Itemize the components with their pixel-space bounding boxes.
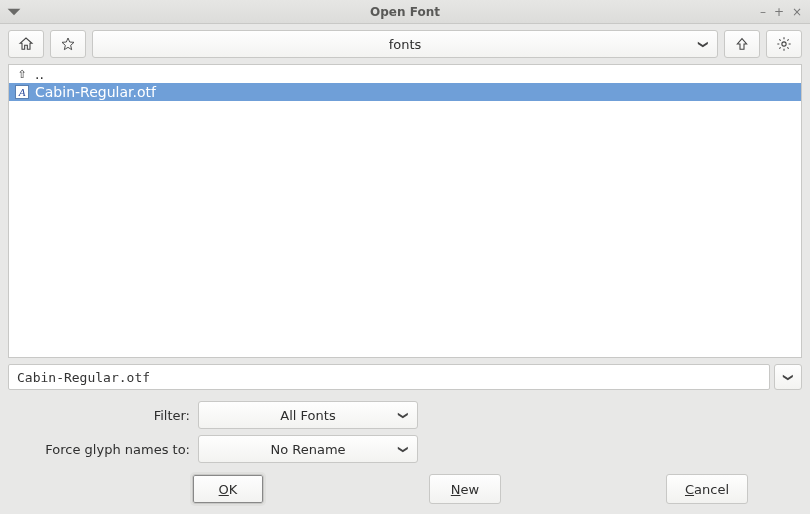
star-icon	[60, 36, 76, 52]
up-arrow-icon	[734, 36, 750, 52]
new-button[interactable]: New	[429, 474, 501, 504]
gear-icon	[776, 36, 792, 52]
file-row[interactable]: A Cabin-Regular.otf	[9, 83, 801, 101]
window-title: Open Font	[0, 5, 810, 19]
file-list[interactable]: ⇧ .. A Cabin-Regular.otf	[8, 64, 802, 358]
options-area: Filter: All Fonts ❯ Force glyph names to…	[8, 398, 802, 466]
window-controls: – + ×	[760, 5, 810, 19]
rename-value: No Rename	[270, 442, 345, 457]
path-dropdown[interactable]: fonts ❯	[92, 30, 718, 58]
filter-dropdown[interactable]: All Fonts ❯	[198, 401, 418, 429]
settings-button[interactable]	[766, 30, 802, 58]
filename-input[interactable]	[8, 364, 770, 390]
close-icon[interactable]: ×	[792, 5, 802, 19]
system-menu-icon[interactable]	[6, 4, 22, 20]
chevron-down-icon: ❯	[397, 445, 408, 453]
filename-row: ❯	[8, 364, 802, 390]
filename-history-button[interactable]: ❯	[774, 364, 802, 390]
parent-directory-label: ..	[35, 66, 44, 82]
chevron-down-icon: ❯	[782, 373, 793, 381]
chevron-down-icon: ❯	[397, 411, 408, 419]
maximize-icon[interactable]: +	[774, 5, 784, 19]
font-file-icon: A	[15, 85, 29, 99]
filter-value: All Fonts	[280, 408, 335, 423]
file-name-label: Cabin-Regular.otf	[35, 84, 156, 100]
bookmark-button[interactable]	[50, 30, 86, 58]
chevron-down-icon: ❯	[697, 40, 708, 48]
parent-directory-row[interactable]: ⇧ ..	[9, 65, 801, 83]
toolbar: fonts ❯	[0, 24, 810, 64]
home-icon	[18, 36, 34, 52]
ok-button[interactable]: OK	[192, 474, 264, 504]
home-button[interactable]	[8, 30, 44, 58]
cancel-button[interactable]: Cancel	[666, 474, 748, 504]
up-arrow-icon: ⇧	[15, 67, 29, 81]
path-label: fonts	[389, 37, 422, 52]
dialog-actions: OK New Cancel	[0, 466, 810, 514]
filter-label: Filter:	[8, 408, 198, 423]
minimize-icon[interactable]: –	[760, 5, 766, 19]
titlebar: Open Font – + ×	[0, 0, 810, 24]
svg-point-0	[782, 42, 786, 46]
up-directory-button[interactable]	[724, 30, 760, 58]
rename-dropdown[interactable]: No Rename ❯	[198, 435, 418, 463]
rename-label: Force glyph names to:	[8, 442, 198, 457]
